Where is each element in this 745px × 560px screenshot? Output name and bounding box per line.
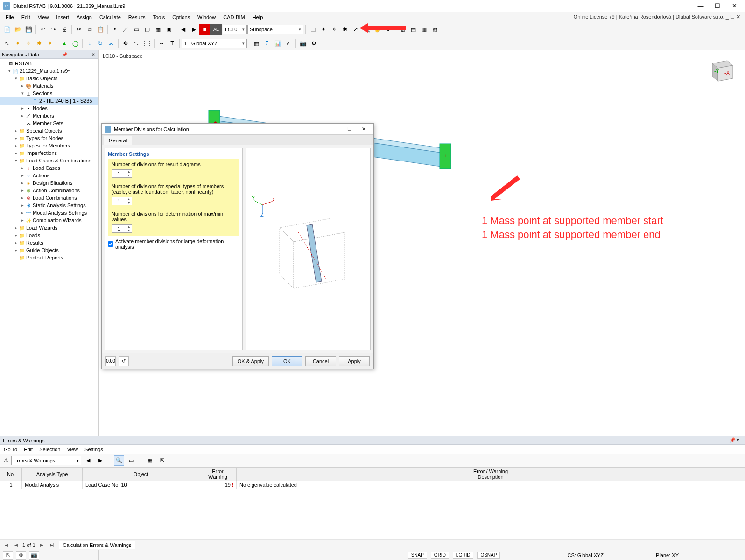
tree-lcomb[interactable]: ▸⊗Load Combinations [0, 194, 98, 202]
result-icon[interactable]: 📊 [273, 38, 283, 49]
prev-error-icon[interactable]: ◀ [83, 455, 93, 466]
menu-view[interactable]: View [34, 14, 53, 21]
tree-nodes[interactable]: ▸•Nodes [0, 105, 98, 112]
camera-icon[interactable]: 📷 [298, 38, 308, 49]
prev-page-icon[interactable]: ◀ [12, 541, 20, 549]
eye-icon[interactable]: 👁 [16, 551, 26, 560]
menu-tools[interactable]: Tools [149, 14, 169, 21]
move-icon[interactable]: ✥ [120, 38, 131, 49]
errmenu-edit[interactable]: Edit [24, 447, 33, 452]
tab-general[interactable]: General [104, 136, 132, 145]
apply-button[interactable]: Apply [339, 356, 370, 366]
tree-loads[interactable]: ▸📁Loads [0, 231, 98, 239]
errmenu-goto[interactable]: Go To [4, 447, 17, 452]
load-moment-icon[interactable]: ↻ [95, 38, 105, 49]
cancel-button[interactable]: Cancel [305, 356, 336, 366]
undo-icon[interactable]: ↶ [38, 24, 48, 35]
coordsys-combo[interactable]: 1 - Global XYZ [182, 39, 247, 48]
tree-file[interactable]: ▾📄211229_Manual1.rs9* [0, 67, 98, 75]
checkbox-input[interactable] [108, 241, 113, 247]
spin-down-icon[interactable]: ▼ [126, 174, 132, 177]
tree-acomb[interactable]: ▸⊕Action Combinations [0, 187, 98, 194]
tree-mas[interactable]: ▸〰Modal Analysis Settings [0, 209, 98, 217]
last-page-icon[interactable]: ▶| [49, 541, 56, 549]
load-force-icon[interactable]: ↓ [84, 38, 95, 49]
array-icon[interactable]: ⋮⋮ [142, 38, 152, 49]
export-icon[interactable]: ⇱ [157, 455, 167, 466]
hinge-icon[interactable]: ◯ [70, 38, 80, 49]
solid-icon[interactable]: ▥ [419, 24, 429, 35]
window-minimize[interactable]: — [693, 1, 709, 11]
member-tool-icon[interactable]: ✱ [34, 38, 44, 49]
navigator-tree[interactable]: 🖥RSTAB ▾📄211229_Manual1.rs9* ▾📁Basic Obj… [0, 59, 98, 436]
tree-dsit[interactable]: ▸◈Design Situations [0, 179, 98, 187]
tree-cwiz[interactable]: ▸✨Combination Wizards [0, 217, 98, 224]
spin-up-icon[interactable]: ▲ [126, 225, 132, 229]
select-icon[interactable]: ↖ [2, 38, 12, 49]
units-button-icon[interactable]: 0.00 [105, 356, 116, 366]
orientation-cube[interactable]: -Y -X [707, 55, 737, 85]
tree-materials[interactable]: ▸🎨Materials [0, 82, 98, 90]
dialog-close[interactable]: ✕ [357, 125, 371, 134]
check-icon[interactable]: ✓ [283, 38, 294, 49]
tree-lwiz[interactable]: ▸📁Load Wizards [0, 224, 98, 231]
col-object[interactable]: Object [83, 468, 199, 481]
window-maximize[interactable]: ☐ [710, 1, 725, 11]
ok-button[interactable]: OK [272, 356, 302, 366]
menu-insert[interactable]: Insert [52, 14, 73, 21]
errmenu-view[interactable]: View [67, 447, 78, 452]
window-close[interactable]: ✕ [726, 1, 742, 11]
view-x-icon[interactable]: ✦ [318, 24, 329, 35]
grid-toggle[interactable]: GRID [431, 552, 449, 559]
first-page-icon[interactable]: |◀ [2, 541, 9, 549]
spin-div-result[interactable]: ▲▼ [112, 169, 132, 178]
table-settings-icon[interactable]: ▦ [145, 455, 155, 466]
dim-icon[interactable]: ↔ [156, 38, 167, 49]
default-button-icon[interactable]: ↺ [119, 356, 129, 366]
tree-lcc[interactable]: ▾📁Load Cases & Combinations [0, 157, 98, 164]
copy-icon[interactable]: ⧉ [84, 24, 95, 35]
tree-results[interactable]: ▸📁Results [0, 239, 98, 246]
camera2-icon[interactable]: 📷 [29, 551, 39, 560]
loadcase-name-combo[interactable]: Subspace [247, 25, 303, 34]
cut-icon[interactable]: ✂ [74, 24, 84, 35]
tree-actions[interactable]: ▸⟐Actions [0, 172, 98, 179]
table-row[interactable]: 1 Modal Analysis Load Case No. 10 19 ! N… [0, 481, 745, 489]
checkbox-large-deform[interactable]: Activate member divisions for large defo… [108, 238, 239, 250]
tree-tmembers[interactable]: ▸📁Types for Members [0, 142, 98, 149]
spin-down-icon[interactable]: ▼ [126, 201, 132, 205]
menu-calculate[interactable]: Calculate [96, 14, 125, 21]
calc-icon[interactable]: Σ [262, 38, 272, 49]
spin-down-icon[interactable]: ▼ [126, 229, 132, 232]
tree-imperf[interactable]: ▸📁Imperfections [0, 149, 98, 157]
errmenu-selection[interactable]: Selection [39, 447, 60, 452]
dialog-minimize[interactable]: — [329, 125, 343, 134]
node-tool-icon[interactable]: ✦ [13, 38, 23, 49]
menu-edit[interactable]: Edit [18, 14, 34, 21]
mirror-icon[interactable]: ⇋ [131, 38, 141, 49]
errors-filter-combo[interactable]: Errors & Warnings [11, 456, 81, 465]
tree-root[interactable]: 🖥RSTAB [0, 60, 98, 67]
snap-toggle[interactable]: SNAP [408, 552, 427, 559]
tree-tnodes[interactable]: ▸📁Types for Nodes [0, 134, 98, 142]
spin-up-icon[interactable]: ▲ [126, 197, 132, 201]
lgrid-toggle[interactable]: LGRID [453, 552, 474, 559]
close-panel-icon[interactable]: ✕ [90, 51, 97, 58]
next-page-icon[interactable]: ▶ [38, 541, 46, 549]
ok-apply-button[interactable]: OK & Apply [232, 356, 269, 366]
menu-window[interactable]: Window [194, 14, 219, 21]
spin-div-maxmin[interactable]: ▲▼ [112, 224, 132, 233]
tree-basic[interactable]: ▾📁Basic Objects [0, 75, 98, 82]
errmenu-settings[interactable]: Settings [84, 447, 103, 452]
menu-options[interactable]: Options [169, 14, 194, 21]
prev-lc-icon[interactable]: ◀ [178, 24, 188, 35]
redo-icon[interactable]: ↷ [49, 24, 59, 35]
print-icon[interactable]: 🖨 [59, 24, 70, 35]
select-error-icon[interactable]: ▭ [126, 455, 136, 466]
node-icon[interactable]: • [110, 24, 120, 35]
set-tool-icon[interactable]: ✶ [45, 38, 55, 49]
col-analysis-type[interactable]: Analysis Type [22, 468, 83, 481]
expand-panel-icon[interactable]: ⇱ [3, 551, 13, 560]
view-z-icon[interactable]: ✱ [340, 24, 350, 35]
errors-tab[interactable]: Calculation Errors & Warnings [59, 541, 136, 549]
